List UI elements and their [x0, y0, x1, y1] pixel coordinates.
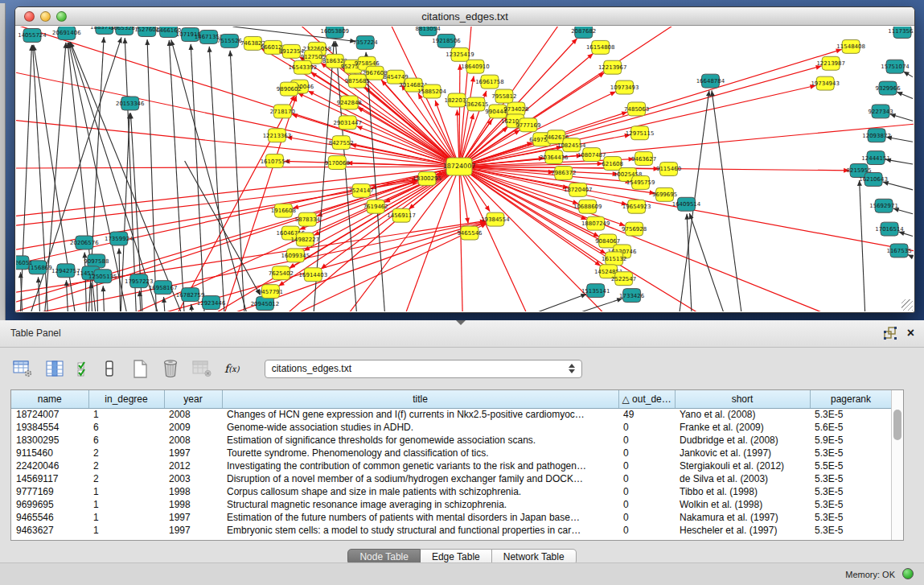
graph-node[interactable]: 9457791 — [258, 285, 283, 299]
graph-node[interactable]: 10688609 — [573, 200, 602, 213]
graph-node[interactable]: 9329966 — [876, 81, 901, 95]
table-cell[interactable]: 2 — [88, 459, 164, 472]
table-cell[interactable]: 1 — [88, 408, 164, 421]
graph-node[interactable]: 12093872 — [862, 129, 891, 142]
table-cell[interactable]: 2012 — [164, 459, 222, 472]
graph-node[interactable]: 9699695 — [652, 187, 677, 201]
network-canvas[interactable]: 1405572420691406188371041065328715276026… — [16, 27, 914, 311]
table-selector-dropdown[interactable]: citations_edges.txt — [265, 360, 582, 378]
graph-node[interactable]: 15751074 — [881, 60, 910, 73]
table-cell[interactable]: Estimation of significance thresholds fo… — [222, 434, 618, 447]
table-cell[interactable]: 0 — [618, 498, 675, 511]
table-cell[interactable]: 1 — [88, 498, 164, 511]
graph-node[interactable]: 8427552 — [329, 136, 354, 150]
graph-node[interactable]: 9115460 — [656, 163, 681, 176]
table-cell[interactable]: 9115460 — [11, 447, 88, 459]
table-cell[interactable]: 6 — [88, 421, 164, 434]
graph-node[interactable]: 1916608 — [271, 204, 296, 217]
graph-node[interactable]: 9097588 — [84, 254, 109, 268]
graph-node[interactable]: 12213363 — [263, 129, 292, 142]
column-header-2[interactable]: year — [164, 390, 222, 408]
table-row[interactable]: 1456911722003Disruption of a novel membe… — [11, 472, 892, 485]
table-cell[interactable]: 5.3E-5 — [810, 511, 892, 524]
graph-node[interactable]: 19734943 — [811, 76, 840, 90]
graph-node[interactable]: 11548408 — [836, 39, 865, 53]
graph-node[interactable]: 7955812 — [491, 89, 516, 103]
graph-node[interactable]: 11173562 — [888, 27, 914, 38]
table-cell[interactable]: 5.3E-5 — [810, 472, 892, 485]
graph-node[interactable]: 14055724 — [18, 28, 47, 42]
graph-node[interactable]: 18724007 — [443, 158, 476, 175]
table-cell[interactable]: Jankovic et al. (1997) — [675, 447, 810, 459]
table-cell[interactable]: 1 — [88, 485, 164, 498]
table-cell[interactable]: 0 — [618, 459, 675, 472]
graph-node[interactable]: 20206576 — [70, 236, 99, 249]
table-cell[interactable]: Estimation of the future numbers of pati… — [222, 511, 618, 524]
table-row[interactable]: 1830029562008Estimation of significance … — [11, 434, 892, 447]
table-cell[interactable]: 49 — [618, 408, 675, 421]
graph-node[interactable]: 7625402 — [269, 266, 294, 280]
graph-node[interactable]: 5878334 — [295, 212, 321, 226]
column-header-1[interactable]: in_degree — [88, 390, 164, 408]
table-cell[interactable]: 1998 — [164, 485, 222, 498]
table-cell[interactable]: 2 — [88, 447, 164, 459]
graph-node[interactable]: 17016514 — [875, 222, 904, 236]
table-cell[interactable]: 2008 — [164, 408, 222, 421]
column-header-4[interactable]: △ out_de… — [618, 390, 675, 408]
table-cell[interactable]: 2003 — [164, 472, 222, 485]
graph-node[interactable]: 9734028 — [503, 102, 528, 116]
table-cell[interactable]: 5.3E-5 — [810, 498, 892, 511]
graph-node[interactable]: 16154808 — [586, 40, 615, 54]
table-cell[interactable]: 9463627 — [11, 524, 88, 537]
graph-node[interactable]: 9463627 — [631, 152, 656, 166]
table-cell[interactable]: 5.3E-5 — [810, 524, 892, 537]
graph-node[interactable]: 2522547 — [611, 272, 636, 286]
table-cell[interactable]: 22420046 — [11, 459, 88, 472]
graph-node[interactable]: 9777169 — [515, 118, 540, 132]
graph-node[interactable]: 7515526 — [217, 34, 242, 47]
table-cell[interactable]: Yano et al. (2008) — [675, 408, 810, 421]
table-cell[interactable]: Structural magnetic resonance image aver… — [222, 498, 618, 511]
graph-node[interactable]: 19218506 — [432, 34, 461, 47]
function-builder-icon[interactable]: f(x) — [224, 362, 240, 375]
graph-node[interactable]: 9242848 — [337, 96, 362, 109]
graph-node[interactable]: 1615132 — [602, 252, 626, 266]
table-cell[interactable]: 5.3E-5 — [810, 485, 892, 498]
table-cell[interactable]: 0 — [618, 447, 675, 459]
table-cell[interactable]: 0 — [618, 421, 675, 434]
table-cell[interactable]: Wolkin et al. (1998) — [675, 498, 810, 511]
table-cell[interactable]: 1997 — [164, 511, 222, 524]
table-cell[interactable]: 18300295 — [11, 434, 88, 447]
table-cell[interactable]: 5.3E-5 — [810, 447, 892, 459]
graph-node[interactable]: 7485063 — [624, 102, 649, 116]
table-cell[interactable]: 0 — [618, 434, 675, 447]
network-window-titlebar[interactable]: citations_edges.txt — [15, 7, 914, 26]
window-resize-grip[interactable] — [901, 299, 913, 311]
column-visibility-icon[interactable] — [45, 360, 64, 377]
table-row[interactable]: 2242004622012Investigating the contribut… — [11, 459, 892, 472]
table-cell[interactable]: 0 — [618, 511, 675, 524]
select-all-icon[interactable] — [76, 360, 92, 378]
graph-node[interactable]: 12213987 — [816, 56, 845, 70]
graph-node[interactable]: 18720407 — [564, 183, 593, 196]
graph-node[interactable]: 7619462 — [363, 200, 388, 213]
table-cell[interactable]: 19384554 — [11, 421, 88, 434]
graph-node[interactable]: 16107554 — [261, 154, 290, 168]
graph-node[interactable]: 12444151 — [861, 151, 890, 165]
graph-node[interactable]: 16648784 — [696, 74, 725, 88]
table-cell[interactable]: Tourette syndrome. Phenomenology and cla… — [222, 447, 618, 459]
table-cell[interactable]: 1997 — [164, 524, 222, 537]
table-row[interactable]: 1938455462009Genome-wide association stu… — [11, 421, 892, 434]
graph-node[interactable]: 1167535 — [886, 244, 911, 257]
table-cell[interactable]: Investigating the contribution of common… — [222, 459, 618, 472]
table-cell[interactable]: 1997 — [164, 447, 222, 459]
table-cell[interactable]: 9465546 — [11, 511, 88, 524]
table-cell[interactable]: Nakamura et al. (1997) — [675, 511, 810, 524]
table-cell[interactable]: Corpus callosum shape and size in male p… — [222, 485, 618, 498]
graph-node[interactable]: 15692971 — [869, 199, 898, 212]
table-cell[interactable]: Dudbridge et al. (2008) — [675, 434, 810, 447]
table-cell[interactable]: 9777169 — [11, 485, 88, 498]
graph-node[interactable]: 16409514 — [672, 197, 701, 211]
graph-node[interactable]: 9890602 — [277, 82, 302, 96]
table-row[interactable]: 946362711997Embryonic stem cells: a mode… — [11, 524, 892, 537]
